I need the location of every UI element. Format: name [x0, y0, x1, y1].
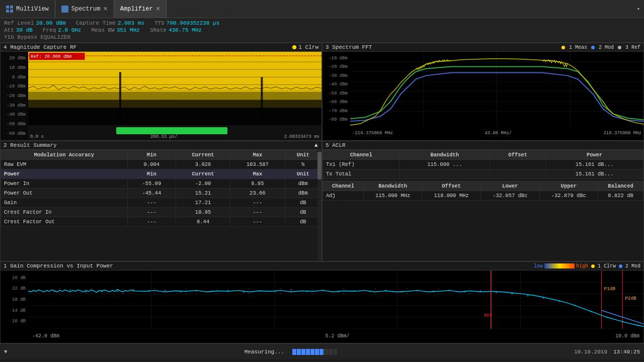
- ref-level-value: 20.00 dBm: [36, 20, 65, 26]
- result-panel-header: 2 Result Summary ▲: [1, 141, 321, 150]
- result-scroll-up[interactable]: ▲: [314, 142, 318, 148]
- svg-point-84: [122, 289, 123, 290]
- gain-y-axis: 26 dB 22 dB 18 dB 14 dB 10 dB: [1, 270, 28, 329]
- freq-value: 2.0 GHz: [58, 27, 81, 33]
- svg-point-100: [375, 289, 376, 290]
- svg-text:P2dB: P2dB: [625, 296, 636, 301]
- svg-point-91: [217, 293, 218, 294]
- svg-point-50: [180, 291, 182, 293]
- col-unit: Unit: [285, 150, 321, 160]
- tab-spectrum-close[interactable]: ×: [103, 5, 107, 13]
- svg-point-75: [575, 305, 576, 306]
- spectrum-indicators: 1 Meas 2 Mod 3 Ref: [561, 45, 640, 50]
- svg-text:REF: REF: [484, 313, 493, 318]
- aclr-adj-row: Adj 115.000 MHz 118.000 MHz -32.057 dBc …: [323, 191, 643, 201]
- svg-point-86: [154, 288, 155, 289]
- grid-icon: [6, 6, 13, 13]
- svg-point-54: [243, 291, 245, 293]
- low-high-bar: low high: [534, 263, 588, 269]
- svg-point-105: [438, 293, 439, 294]
- svg-point-59: [322, 290, 324, 291]
- svg-point-52: [211, 291, 213, 292]
- magnitude-indicator: [292, 45, 296, 49]
- svg-point-60: [338, 291, 339, 293]
- tab-amplifier-close[interactable]: ×: [156, 5, 160, 13]
- att-value: 30 dB: [16, 27, 33, 33]
- spectrum-icon: [61, 6, 68, 13]
- aclr-row: Tx1 (Ref) 115.000 ... 15.161 dB...: [323, 160, 643, 169]
- tab-spectrum[interactable]: Spectrum ×: [55, 0, 114, 18]
- svg-rect-25: [28, 270, 643, 329]
- timeline-start: 0.0 s: [30, 134, 44, 139]
- svg-point-63: [385, 290, 386, 291]
- table-row: Gain --- 17.21 --- dB: [1, 198, 321, 208]
- svg-point-79: [637, 325, 639, 326]
- capture-time-label: Capture Time: [76, 20, 116, 26]
- svg-point-107: [469, 293, 470, 294]
- svg-point-92: [249, 289, 250, 290]
- svg-text:Ref: 20.000 dBm: Ref: 20.000 dBm: [31, 54, 71, 59]
- aclr-lower-table: Channel Bandwidth Offset Lower Upper Bal…: [323, 181, 643, 201]
- magnitude-panel-header: 4 Magnitude Capture RF 1 Clrw: [1, 43, 321, 52]
- svg-point-64: [401, 291, 403, 293]
- svg-point-102: [407, 288, 408, 289]
- table-row: Raw EVM 0.004 3.926 103.587 %: [1, 160, 321, 169]
- svg-point-77: [606, 316, 607, 318]
- progress-blocks: [292, 349, 337, 355]
- srate-label: SRate: [150, 27, 167, 33]
- meas-bw-value: 351 MHz: [117, 27, 140, 33]
- gain-chart-area: REF P1dB P2dB: [28, 270, 643, 329]
- gain-panel-header: 1 Gain Compression vs Input Power low hi…: [1, 262, 643, 270]
- status-time: 13:49:25: [613, 349, 640, 355]
- svg-point-72: [527, 295, 528, 297]
- gain-indicators: low high 1 Clrw 2 Mod: [534, 263, 640, 269]
- status-dropdown[interactable]: ▼: [4, 349, 8, 355]
- gain-x-mid: 5.2 dBm/: [325, 333, 349, 339]
- timeline-end: 2.08333473 ms: [284, 134, 319, 139]
- svg-point-66: [432, 291, 434, 292]
- gain-x-start: -42.0 dBm: [32, 333, 59, 339]
- svg-point-93: [249, 293, 250, 294]
- tab-amplifier[interactable]: Amplifier ×: [114, 0, 167, 18]
- power-section-header: Power Min Current Max Unit: [1, 169, 321, 179]
- spec-ind-1: [561, 46, 565, 49]
- svg-point-70: [496, 292, 497, 293]
- result-table: Modulation Accuracy Min Current Max Unit…: [1, 150, 321, 227]
- att-label: Att: [4, 27, 14, 33]
- result-table-container: Modulation Accuracy Min Current Max Unit…: [1, 150, 321, 261]
- result-scrollbar[interactable]: [317, 150, 321, 261]
- gain-ind-2: [619, 264, 622, 268]
- magnitude-panel: 4 Magnitude Capture RF 1 Clrw 20 dBm 10 …: [0, 43, 322, 141]
- table-row: Power In -55.09 -2.00 8.95 dBm: [1, 179, 321, 189]
- svg-point-56: [275, 291, 276, 292]
- status-measuring: Measuring...: [245, 349, 284, 355]
- svg-point-71: [511, 293, 513, 295]
- tab-spectrum-label: Spectrum: [71, 6, 101, 13]
- scroll-thumb: [317, 152, 321, 179]
- svg-point-94: [280, 288, 281, 289]
- svg-point-104: [438, 289, 439, 290]
- svg-point-73: [543, 298, 544, 299]
- svg-point-99: [343, 293, 344, 294]
- result-panel: 2 Result Summary ▲ Modulation Accuracy M…: [0, 141, 322, 261]
- aclr-title: 5 ACLR: [326, 142, 346, 148]
- svg-point-90: [217, 288, 218, 289]
- spec-ind-2: [591, 46, 595, 49]
- svg-text:P1dB: P1dB: [604, 286, 616, 292]
- col-max: Max: [230, 150, 285, 160]
- gain-title: 1 Gain Compression vs Input Power: [4, 263, 113, 269]
- svg-point-87: [154, 293, 155, 294]
- tts-label: TTS: [154, 20, 165, 26]
- svg-point-98: [343, 288, 344, 289]
- tab-menu-button[interactable]: ▾: [632, 0, 644, 18]
- svg-point-68: [464, 291, 465, 293]
- svg-point-81: [59, 293, 60, 294]
- gain-chart: 26 dB 22 dB 18 dB 14 dB 10 dB: [1, 270, 643, 343]
- spec-svg: [350, 52, 643, 126]
- tab-multiview[interactable]: MultiView: [0, 0, 55, 18]
- gain-svg: REF P1dB P2dB: [28, 270, 643, 329]
- gain-x-labels: -42.0 dBm 5.2 dBm/ 10.0 dBm: [28, 329, 643, 343]
- aclr-row: Tx Total 15.161 dB...: [323, 169, 643, 179]
- col-current: Current: [176, 150, 230, 160]
- spec-x-end: 219.375008 MHz: [603, 131, 641, 136]
